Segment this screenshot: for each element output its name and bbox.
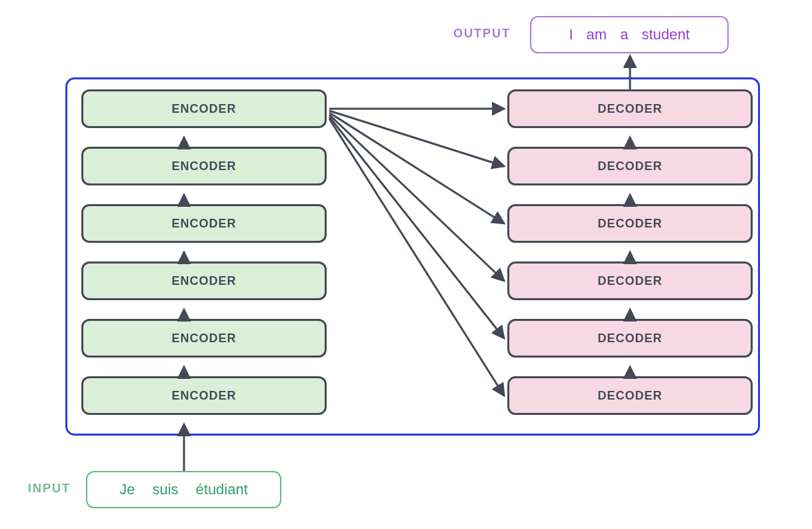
decoder-block: DECODER: [507, 319, 753, 358]
encoder-block: ENCODER: [81, 261, 327, 300]
output-token: am: [587, 26, 607, 43]
encoder-block: ENCODER: [81, 147, 327, 185]
encoder-block: ENCODER: [81, 89, 327, 128]
decoder-block: DECODER: [507, 89, 753, 128]
input-token: Je: [119, 481, 135, 498]
decoder-block: DECODER: [507, 204, 753, 243]
output-token: a: [620, 26, 628, 43]
output-token: I: [569, 26, 573, 43]
input-token: étudiant: [196, 481, 248, 498]
output-label: OUTPUT: [453, 27, 511, 41]
encoder-block: ENCODER: [81, 204, 327, 243]
decoder-block: DECODER: [507, 261, 753, 300]
input-box: Je suis étudiant: [86, 471, 281, 508]
diagram-canvas: ENCODER ENCODER ENCODER ENCODER ENCODER …: [0, 0, 812, 529]
output-token: student: [641, 26, 689, 43]
decoder-block: DECODER: [507, 147, 753, 185]
encoder-stack: ENCODER ENCODER ENCODER ENCODER ENCODER …: [81, 89, 329, 415]
input-label: INPUT: [28, 482, 71, 496]
encoder-block: ENCODER: [81, 376, 327, 415]
output-box: I am a student: [530, 16, 729, 53]
decoder-stack: DECODER DECODER DECODER DECODER DECODER …: [507, 89, 755, 415]
encoder-block: ENCODER: [81, 319, 327, 358]
input-token: suis: [152, 481, 178, 498]
decoder-block: DECODER: [507, 376, 753, 415]
